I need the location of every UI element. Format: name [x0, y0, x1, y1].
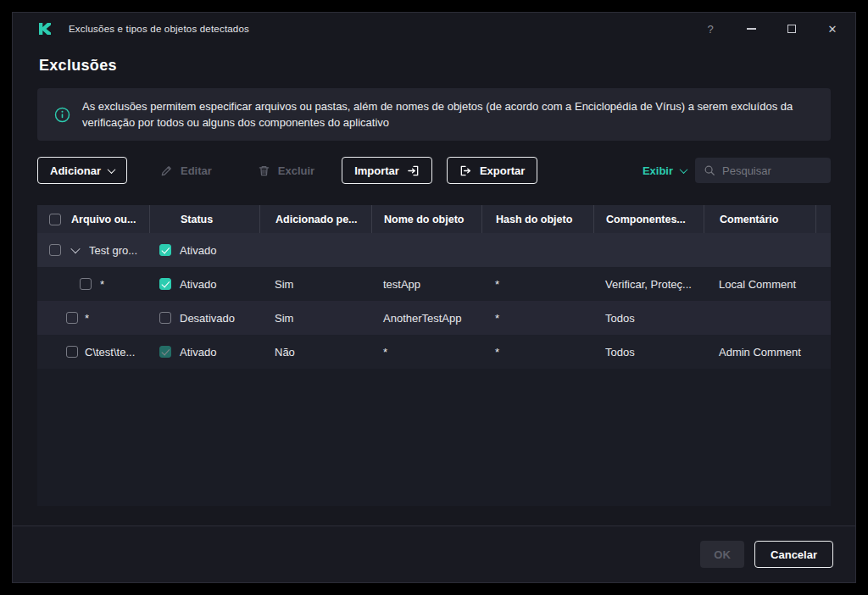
column-label: Arquivo ou... [71, 214, 136, 225]
status-checkbox[interactable] [159, 312, 171, 324]
header-components: Componentes... [593, 205, 704, 233]
row-select-checkbox[interactable] [80, 278, 92, 290]
column-label: Status [181, 214, 213, 225]
file-name: * [100, 278, 104, 291]
cell-comment: Local Comment [704, 267, 815, 301]
cell-status: Ativado [149, 267, 259, 301]
titlebar: Exclusões e tipos de objetos detectados … [13, 13, 855, 45]
cell-object-name [371, 233, 481, 267]
import-button[interactable]: Importar [342, 157, 432, 184]
row-select-checkbox[interactable] [66, 312, 78, 324]
export-button-label: Exportar [480, 164, 525, 177]
search-icon [704, 164, 715, 176]
cell-spacer [815, 233, 831, 267]
info-text: As exclusões permitem especificar arquiv… [82, 98, 810, 131]
help-icon[interactable]: ? [702, 19, 719, 38]
cell-object-hash [481, 233, 593, 267]
cell-added-by: Não [259, 335, 371, 369]
column-label: Adicionado pe... [275, 214, 358, 225]
header-spacer [815, 205, 831, 233]
cell-added-by: Sim [259, 301, 371, 335]
select-all-checkbox[interactable] [49, 214, 61, 225]
info-banner: As exclusões permitem especificar arquiv… [37, 88, 831, 141]
ok-button[interactable]: OK [700, 541, 744, 568]
header-added-by: Adicionado pe... [259, 205, 371, 233]
import-button-label: Importar [354, 164, 399, 177]
collapse-chevron-icon[interactable] [70, 244, 80, 253]
cell-object-name: testApp [371, 267, 481, 301]
table-row[interactable]: C\test\te... Ativado Não * * Todos Admin… [37, 335, 831, 369]
window-controls: ? ✕ [702, 19, 841, 38]
cell-components: Todos [593, 301, 704, 335]
dialog-window: Exclusões e tipos de objetos detectados … [12, 12, 856, 583]
cell-object-name: * [371, 335, 481, 369]
cell-name: C\test\te... [37, 335, 149, 369]
export-button[interactable]: Exportar [447, 157, 537, 184]
exclusions-table: Arquivo ou... Status Adicionado pe... No… [37, 205, 831, 506]
column-label: Comentário [720, 214, 778, 225]
maximize-icon[interactable] [783, 19, 800, 38]
maximize-glyph [787, 25, 796, 33]
page-title: Exclusões [39, 57, 831, 75]
minimize-icon[interactable] [743, 19, 760, 38]
column-label: Nome do objeto [384, 214, 464, 225]
file-name: * [85, 312, 89, 325]
row-select-checkbox[interactable] [66, 346, 78, 358]
export-icon [459, 164, 472, 177]
trash-icon [258, 164, 270, 177]
column-label: Hash do objeto [496, 214, 572, 225]
cell-components: Todos [593, 335, 704, 369]
cell-name: Test gro... [37, 233, 149, 267]
cell-status: Desativado [149, 301, 259, 335]
row-select-checkbox[interactable] [49, 244, 61, 256]
edit-button-label: Editar [181, 164, 212, 177]
footer-bar: OK Cancelar [13, 525, 855, 582]
close-icon[interactable]: ✕ [824, 19, 841, 38]
cell-comment: Admin Comment [704, 335, 815, 369]
toolbar: Adicionar Editar Excluir Importar Export… [37, 157, 831, 184]
cell-added-by: Sim [259, 267, 371, 301]
header-file-or-folder: Arquivo ou... [37, 205, 149, 233]
view-toggle-label: Exibir [643, 164, 673, 177]
info-icon [54, 107, 70, 123]
status-label: Ativado [180, 244, 216, 257]
edit-button[interactable]: Editar [147, 157, 225, 184]
delete-button[interactable]: Excluir [245, 157, 327, 184]
table-row[interactable]: * Ativado Sim testApp * Verificar, Prote… [37, 267, 831, 301]
pencil-icon [160, 164, 173, 177]
search-input[interactable] [722, 164, 822, 177]
group-name: Test gro... [89, 244, 137, 257]
cell-status: Ativado [149, 233, 259, 267]
add-button-label: Adicionar [50, 164, 101, 177]
search-box [695, 158, 831, 183]
cancel-button[interactable]: Cancelar [754, 541, 833, 568]
content-area: Exclusões As exclusões permitem especifi… [13, 45, 855, 525]
cell-name: * [37, 267, 149, 301]
add-button[interactable]: Adicionar [37, 157, 127, 184]
column-label: Componentes... [606, 214, 686, 225]
cell-comment [704, 301, 815, 335]
status-label: Desativado [180, 312, 235, 325]
minimize-glyph [747, 28, 756, 30]
status-checkbox[interactable] [159, 346, 171, 358]
cell-added-by [259, 233, 371, 267]
chevron-down-icon [108, 165, 116, 174]
cell-object-hash: * [481, 301, 593, 335]
header-object-hash: Hash do objeto [481, 205, 593, 233]
cell-name: * [37, 301, 149, 335]
cell-components: Verificar, Proteç... [593, 267, 704, 301]
header-comment: Comentário [704, 205, 815, 233]
cell-spacer [815, 335, 831, 369]
window-title: Exclusões e tipos de objetos detectados [69, 24, 249, 34]
table-header-row: Arquivo ou... Status Adicionado pe... No… [37, 205, 831, 233]
cell-object-name: AnotherTestApp [371, 301, 481, 335]
table-row-group[interactable]: Test gro... Ativado [37, 233, 831, 267]
cell-spacer [815, 267, 831, 301]
cell-object-hash: * [481, 267, 593, 301]
status-checkbox[interactable] [159, 244, 171, 256]
chevron-down-icon [680, 165, 688, 174]
status-label: Ativado [180, 346, 216, 359]
view-toggle[interactable]: Exibir [643, 164, 687, 177]
table-row[interactable]: * Desativado Sim AnotherTestApp * Todos [37, 301, 831, 335]
status-checkbox[interactable] [159, 278, 171, 290]
